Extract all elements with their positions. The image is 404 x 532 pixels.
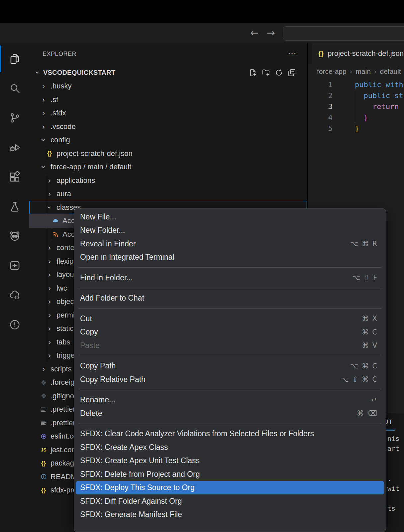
menu-item-copy[interactable]: Copy⌘ C [74, 326, 386, 339]
line-number: 5 [308, 123, 333, 134]
tree-item-config[interactable]: ›config [29, 133, 307, 147]
menu-item-sfdx-deploy-this-source-to-org[interactable]: SFDX: Deploy This Source to Org [76, 481, 384, 495]
tree-item-label: .sf [49, 95, 58, 104]
menu-item-new-folder[interactable]: New Folder... [74, 224, 386, 237]
menu-separator [74, 386, 386, 393]
breadcrumb-item[interactable]: default [380, 67, 401, 75]
menu-item-copy-relative-path[interactable]: Copy Relative Path⌥ ⇧ ⌘ C [74, 373, 386, 386]
activitybar-agentforce-icon[interactable] [0, 251, 29, 280]
menu-item-label: SFDX: Clear Code Analyzer Violations fro… [80, 429, 314, 438]
code-text: } [333, 112, 368, 123]
tree-item-project-scratch-def-json[interactable]: {}project-scratch-def.json [29, 147, 307, 161]
breadcrumb-separator-icon: › [350, 68, 353, 75]
menu-item-sfdx-diff-folder-against-org[interactable]: SFDX: Diff Folder Against Org [74, 494, 386, 508]
breadcrumb[interactable]: force-app›main›default [308, 64, 404, 79]
line-number: 2 [308, 90, 333, 101]
activitybar-cloud-code-icon[interactable] [0, 280, 29, 310]
menu-item-sfdx-clear-code-analyzer-violations-from-selected-files-or-folders[interactable]: SFDX: Clear Code Analyzer Violations fro… [74, 427, 386, 441]
chevron-down-icon: › [39, 136, 48, 144]
menu-item-label: Open in Integrated Terminal [80, 253, 174, 262]
activitybar-problems-icon[interactable] [0, 310, 29, 339]
menu-item-label: SFDX: Create Apex Class [80, 443, 168, 452]
prettier-icon [39, 419, 48, 426]
chevron-down-icon: › [33, 68, 42, 77]
explorer-more-actions-icon[interactable]: ··· [288, 48, 296, 58]
activity-bar [0, 43, 29, 532]
menu-item-sfdx-delete-from-project-and-org[interactable]: SFDX: Delete from Project and Org [74, 467, 386, 481]
context-menu: New File...New Folder...Reveal in Finder… [74, 208, 386, 532]
new-file-icon[interactable] [249, 68, 257, 77]
tree-item-aura[interactable]: ›aura [29, 187, 307, 201]
menu-item-rename[interactable]: Rename...↵ [74, 393, 386, 407]
tree-item-applications[interactable]: ›applications [29, 174, 307, 188]
chevron-right-icon: › [45, 190, 54, 198]
code-text: return [333, 101, 399, 112]
menu-item-label: Cut [80, 314, 92, 323]
menu-item-shortcut: ⌘ C [362, 328, 378, 336]
menu-item-reveal-in-finder[interactable]: Reveal in Finder⌥ ⌘ R [74, 237, 386, 251]
tree-item--vscode[interactable]: ›.vscode [29, 120, 307, 134]
braces-icon: {} [45, 150, 54, 157]
tree-item-label: applications [55, 176, 95, 185]
tree-item-label: aura [55, 190, 71, 198]
ignore-icon [39, 379, 48, 386]
chevron-right-icon: › [45, 311, 54, 320]
code-text: public with [333, 79, 403, 90]
activitybar-source-control-icon[interactable] [0, 103, 29, 132]
json-braces-icon: {} [318, 50, 324, 58]
activitybar-explorer-icon[interactable] [0, 44, 29, 73]
tree-item-label: .husky [49, 82, 72, 90]
breadcrumb-item[interactable]: force-app [317, 67, 347, 75]
code-line[interactable]: 3 return [308, 101, 404, 112]
activitybar-code-analyzer-icon[interactable] [0, 221, 29, 250]
command-center-searchbox[interactable] [283, 26, 404, 41]
menu-item-add-folder-to-chat[interactable]: Add Folder to Chat [74, 292, 386, 305]
activitybar-extensions-icon[interactable] [0, 162, 29, 192]
menu-item-label: SFDX: Create Apex Unit Test Class [80, 456, 200, 465]
menu-item-label: Delete [80, 409, 102, 418]
menu-item-new-file[interactable]: New File... [74, 210, 386, 224]
menu-item-cut[interactable]: Cut⌘ X [74, 312, 386, 326]
activitybar-run-and-debug-icon[interactable] [0, 133, 29, 162]
menu-item-open-in-integrated-terminal[interactable]: Open in Integrated Terminal [74, 251, 386, 264]
chevron-down-icon: › [45, 203, 54, 212]
tree-item-force-app-main-default[interactable]: ›force-app / main / default [29, 160, 307, 174]
menu-item-find-in-folder[interactable]: Find in Folder...⌥ ⇧ F [74, 271, 386, 285]
activitybar-testing-icon[interactable] [0, 192, 29, 221]
nav-forward-icon[interactable]: → [264, 23, 278, 43]
tree-item--husky[interactable]: ›.husky [29, 79, 307, 93]
code-line[interactable]: 5} [308, 123, 404, 134]
menu-item-label: Paste [80, 341, 100, 350]
code-line[interactable]: 2 public st [308, 90, 404, 101]
activitybar-search-icon[interactable] [0, 73, 29, 103]
code-line[interactable]: 1public with [308, 79, 404, 90]
line-number: 1 [308, 79, 333, 90]
menu-item-shortcut: ⌥ ⌘ R [350, 240, 378, 248]
code-line[interactable]: 4 } [308, 112, 404, 123]
tree-item-label: force-app / main / default [49, 163, 131, 171]
tree-item--sfdx[interactable]: ›.sfdx [29, 106, 307, 120]
refresh-icon[interactable] [274, 68, 283, 77]
menu-item-shortcut: ⌘ ⌫ [357, 409, 378, 417]
nav-back-icon[interactable]: ← [248, 23, 261, 43]
menu-item-label: SFDX: Generate Manifest File [80, 510, 182, 519]
menu-item-sfdx-create-apex-class[interactable]: SFDX: Create Apex Class [74, 441, 386, 454]
menu-item-paste: Paste⌘ V [74, 339, 386, 352]
menu-item-label: New File... [80, 212, 116, 221]
new-folder-icon[interactable] [261, 68, 270, 77]
code-editor[interactable]: 1public with2 public st3 return4 }5} [308, 79, 404, 134]
menu-item-label: Add Folder to Chat [80, 294, 144, 303]
tree-item--sf[interactable]: ›.sf [29, 93, 307, 107]
menu-item-label: SFDX: Diff Folder Against Org [80, 497, 182, 506]
chevron-right-icon: › [45, 243, 54, 252]
menu-item-sfdx-create-apex-unit-test-class[interactable]: SFDX: Create Apex Unit Test Class [74, 454, 386, 468]
collapse-all-icon[interactable] [287, 68, 296, 77]
breadcrumb-item[interactable]: main [355, 67, 371, 75]
menu-item-copy-path[interactable]: Copy Path⌥ ⌘ C [74, 359, 386, 373]
menu-item-sfdx-generate-manifest-file[interactable]: SFDX: Generate Manifest File [74, 508, 386, 522]
eslint-icon [39, 433, 48, 440]
braces-icon: {} [39, 487, 48, 494]
menu-item-delete[interactable]: Delete⌘ ⌫ [74, 407, 386, 420]
menu-item-label: Copy Path [80, 361, 116, 370]
editor-tab[interactable]: {} project-scratch-def.json [312, 43, 404, 64]
